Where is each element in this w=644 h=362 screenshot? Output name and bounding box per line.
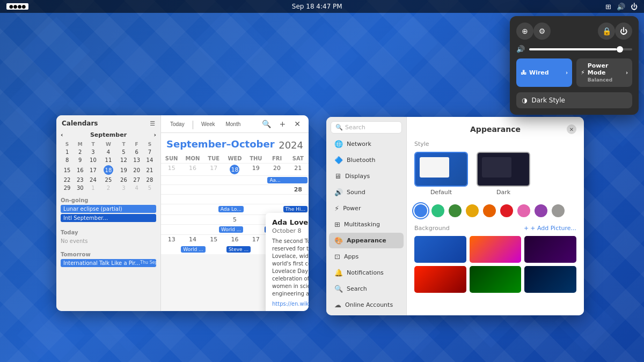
volume-icon[interactable]: 🔊 [617, 3, 625, 11]
mini-cell other-month[interactable]: 1 [86, 184, 99, 192]
mini-cell[interactable]: 9 [74, 156, 86, 164]
bg-thumb-4[interactable] [414, 266, 466, 293]
event-bar-world2[interactable]: World ... [181, 246, 205, 253]
accessibility-icon-btn[interactable]: ⊕ [516, 23, 533, 40]
month-btn[interactable]: Month [222, 120, 244, 129]
week-btn[interactable]: Week [197, 120, 218, 129]
sidebar-item-sound[interactable]: 🔊 Sound [329, 184, 404, 200]
day-cell-20[interactable]: 20 [266, 164, 287, 175]
mini-cell[interactable]: 10 [86, 156, 99, 164]
mini-cell[interactable]: 7 [143, 148, 156, 156]
mini-cell other-month[interactable]: 2 [100, 184, 118, 192]
mini-cell[interactable]: 30 [74, 184, 86, 192]
accent-green[interactable] [431, 204, 444, 217]
network-icon[interactable]: ⊞ [605, 3, 611, 11]
wired-button[interactable]: 🖧 Wired › [516, 58, 572, 87]
calendar-menu-icon[interactable]: ☰ [150, 120, 155, 127]
accent-yellow[interactable] [466, 204, 479, 217]
close-window-icon[interactable]: ✕ [291, 119, 303, 129]
mini-prev-btn[interactable]: ‹ [61, 131, 63, 138]
sidebar-item-displays[interactable]: 🖥 Displays [329, 168, 404, 184]
day-cell-17[interactable]: 17 [203, 164, 224, 175]
mini-cell[interactable]: 6 [130, 148, 143, 156]
mini-cell[interactable]: 29 [61, 184, 74, 192]
mini-next-btn[interactable]: › [153, 131, 156, 138]
day-cell-19[interactable]: 19 [245, 164, 266, 175]
mini-cell[interactable]: 20 [130, 164, 143, 176]
settings-icon-btn[interactable]: ⚙ [533, 23, 551, 40]
day-cell-18-today[interactable]: 18 [224, 164, 245, 175]
accent-purple[interactable] [535, 204, 547, 217]
power-icon[interactable]: ⏻ [631, 3, 638, 11]
sidebar-item-network[interactable]: 🌐 Network [329, 136, 404, 152]
mini-cell[interactable]: 5 [117, 148, 130, 156]
mini-cell[interactable]: 19 [117, 164, 130, 176]
mini-cell[interactable]: 24 [86, 176, 99, 184]
mini-cell[interactable]: 17 [86, 164, 99, 176]
add-event-icon[interactable]: + [277, 119, 289, 129]
day-cell-16[interactable]: 16 [182, 164, 203, 175]
add-picture-btn[interactable]: + + Add Picture... [524, 225, 576, 232]
sidebar-item-apps[interactable]: ⊡ Apps [329, 249, 404, 264]
mini-cell[interactable]: 15 [61, 164, 74, 176]
volume-slider[interactable] [529, 48, 632, 50]
day-cell-21[interactable]: 21 [288, 164, 309, 175]
style-option-default[interactable]: Default [414, 152, 468, 196]
tomorrow-event-1[interactable]: International Talk Like a Pir... Thu Sep… [61, 259, 156, 267]
mini-cell[interactable]: 22 [61, 176, 74, 184]
event-bar-world[interactable]: World ... [219, 226, 243, 233]
mini-cell[interactable]: 18 [100, 164, 118, 176]
dark-style-toggle[interactable]: ◑ Dark Style [516, 92, 632, 108]
event-bar-thehi[interactable]: The Hi... [283, 206, 308, 212]
accent-pink[interactable] [517, 204, 530, 217]
sidebar-item-online-accounts[interactable]: ☁ Online Accounts [329, 297, 404, 313]
search-icon[interactable]: 🔍 [259, 119, 274, 129]
bg-thumb-5[interactable] [470, 266, 522, 293]
event-popup-link[interactable]: https://en.wikipedia.org/wiki/Ada_Lovela… [272, 301, 309, 307]
mini-cell[interactable]: 2 [74, 148, 86, 156]
mini-cell other-month[interactable]: 3 [117, 184, 130, 192]
mini-cell[interactable]: 21 [143, 164, 156, 176]
bg-thumb-6[interactable] [524, 266, 576, 293]
day-cell-15[interactable]: 15 [161, 164, 182, 175]
sidebar-item-sharing[interactable]: ↗ Sharing [329, 313, 404, 315]
bg-thumb-2[interactable] [470, 236, 522, 263]
mini-cell[interactable]: 8 [61, 156, 74, 164]
bg-thumb-3[interactable] [524, 236, 576, 263]
settings-close-btn[interactable]: ✕ [567, 124, 576, 134]
sidebar-item-notifications[interactable]: 🔔 Notifications [329, 265, 404, 280]
sidebar-item-power[interactable]: ⚡ Power [329, 201, 404, 216]
ongoing-event-1[interactable]: Lunar eclipse (partial) [61, 205, 156, 213]
mini-cell[interactable]: 1 [61, 148, 74, 156]
mini-cell[interactable]: 14 [143, 156, 156, 164]
ongoing-event-2[interactable]: Intl September... [61, 214, 156, 222]
event-bar-ada[interactable]: Ada Lo... [218, 206, 244, 212]
mini-cell[interactable]: 13 [130, 156, 143, 164]
power-mode-button[interactable]: ⚡ Power Mode Balanced › [576, 58, 632, 87]
lock-icon-btn[interactable]: 🔒 [598, 23, 615, 40]
event-bar-aa[interactable]: Aa... [267, 177, 308, 183]
mini-cell[interactable]: 12 [117, 156, 130, 164]
power-off-icon-btn[interactable]: ⏻ [615, 23, 632, 40]
mini-cell[interactable]: 26 [117, 176, 130, 184]
settings-search-bar[interactable]: 🔍 Search [331, 121, 402, 134]
style-option-dark[interactable]: Dark [477, 152, 530, 196]
accent-dark-green[interactable] [449, 204, 462, 217]
mini-cell[interactable]: 23 [74, 176, 86, 184]
accent-blue[interactable] [414, 204, 427, 217]
mini-cell other-month[interactable]: 5 [143, 184, 156, 192]
accent-red[interactable] [500, 204, 513, 217]
accent-orange[interactable] [483, 204, 496, 217]
mini-cell[interactable]: 3 [86, 148, 99, 156]
accent-gray[interactable] [552, 204, 565, 217]
today-btn[interactable]: Today [166, 120, 188, 129]
mini-cell[interactable]: 11 [100, 156, 118, 164]
mini-cell other-month[interactable]: 4 [130, 184, 143, 192]
sidebar-item-search[interactable]: 🔍 Search [329, 281, 404, 297]
mini-cell[interactable]: 16 [74, 164, 86, 176]
mini-cell[interactable]: 4 [100, 148, 118, 156]
sidebar-item-bluetooth[interactable]: 🔷 Bluetooth [329, 152, 404, 168]
sidebar-item-multitasking[interactable]: ⊞ Multitasking [329, 217, 404, 232]
event-bar-steve2[interactable]: Steve ... [226, 246, 251, 253]
bg-thumb-1[interactable] [414, 236, 466, 263]
